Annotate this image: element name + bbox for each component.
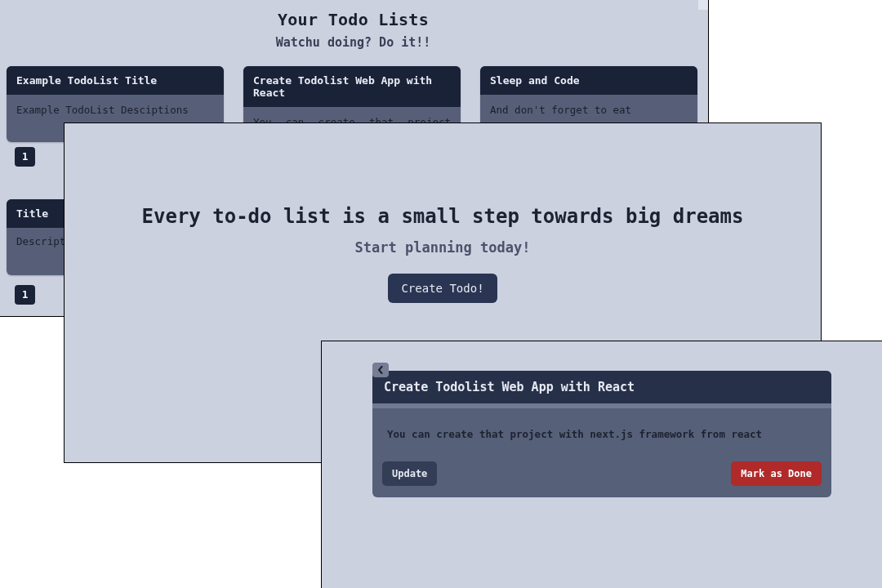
hero-subheading: Start planning today! xyxy=(65,239,821,256)
page-subtitle: Watchu doing? Do it!! xyxy=(0,35,708,50)
page-title: Your Todo Lists xyxy=(0,10,708,29)
card-badge: 1 xyxy=(15,147,35,167)
update-button[interactable]: Update xyxy=(382,461,437,486)
hero-heading: Every to-do list is a small step towards… xyxy=(65,205,821,228)
chevron-left-icon xyxy=(376,366,385,374)
card-title: Create Todolist Web App with React xyxy=(243,66,461,107)
back-button[interactable] xyxy=(372,363,389,377)
detail-body: You can create that project with next.js… xyxy=(372,408,831,461)
card-title: Example TodoList Title xyxy=(7,66,224,95)
mark-done-button[interactable]: Mark as Done xyxy=(731,461,822,486)
create-todo-button[interactable]: Create Todo! xyxy=(388,274,497,303)
scrollbar[interactable] xyxy=(698,0,708,10)
window-todo-detail: Create Todolist Web App with React You c… xyxy=(321,341,882,588)
detail-panel: Create Todolist Web App with React You c… xyxy=(372,371,831,497)
detail-title: Create Todolist Web App with React xyxy=(372,371,831,403)
card-badge: 1 xyxy=(15,285,35,305)
card-title: Sleep and Code xyxy=(480,66,697,95)
